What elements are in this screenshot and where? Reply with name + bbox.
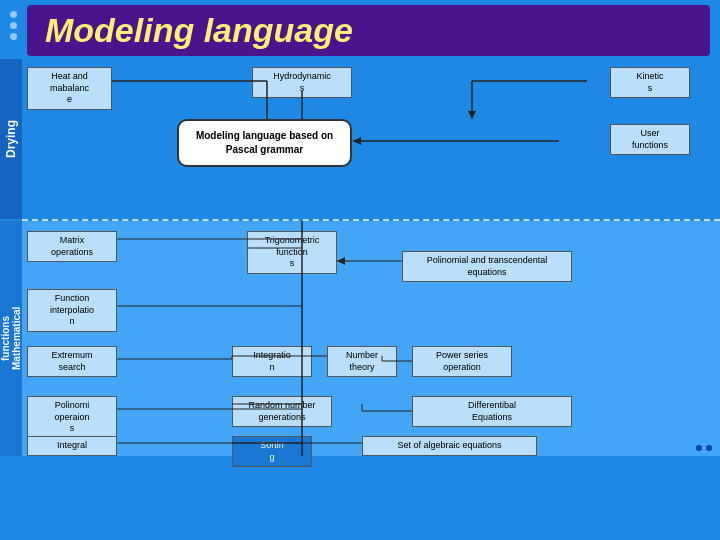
drying-section: Drying Heat and ma­balanc e Hydrodynamic… (0, 59, 720, 219)
drying-diagram: Heat and ma­balanc e Hydrodynamics Kinet… (22, 59, 720, 219)
math-label: Mathematicalfunctions (0, 221, 22, 456)
math-lines (22, 221, 720, 456)
central-box: Modeling language based on Pascal gramma… (177, 119, 352, 167)
title-banner: Modeling language (27, 5, 710, 56)
drying-label: Drying (0, 59, 22, 219)
math-diagram: Matrixoperations Trigonometricfunctions … (22, 221, 720, 456)
page-container: Modeling language Drying Heat and ma­bal… (0, 0, 720, 540)
header: Modeling language (0, 0, 720, 59)
svg-marker-5 (468, 111, 476, 119)
dot-3 (10, 33, 17, 40)
svg-marker-7 (353, 137, 361, 145)
drying-lines (22, 59, 720, 219)
dots-container (10, 5, 17, 40)
page-title: Modeling language (45, 11, 692, 50)
svg-marker-12 (337, 257, 345, 265)
dot-2 (10, 22, 17, 29)
math-section: Mathematicalfunctions Matrixoperations T… (0, 221, 720, 456)
dot-1 (10, 11, 17, 18)
